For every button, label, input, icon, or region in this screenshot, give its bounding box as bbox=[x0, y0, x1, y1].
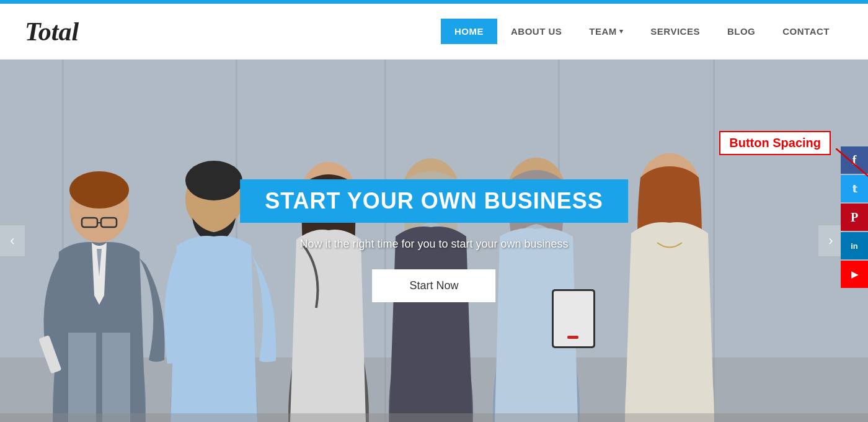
hero-prev-arrow[interactable]: ‹ bbox=[0, 225, 25, 256]
svg-line-34 bbox=[836, 148, 868, 186]
linkedin-icon: in bbox=[851, 241, 858, 251]
hero-next-arrow[interactable]: › bbox=[818, 225, 843, 256]
hero-content: START YOUR OWN BUSINESS Now it the right… bbox=[240, 179, 628, 302]
svg-rect-30 bbox=[567, 336, 578, 339]
button-spacing-annotation: Button Spacing bbox=[719, 131, 831, 155]
hero-title-box: START YOUR OWN BUSINESS bbox=[240, 179, 628, 223]
site-logo[interactable]: Total bbox=[25, 17, 79, 47]
hero-title: START YOUR OWN BUSINESS bbox=[265, 188, 603, 214]
svg-point-18 bbox=[185, 161, 242, 200]
site-header: Total HOMEABOUT USTEAM ▾SERVICESBLOGCONT… bbox=[0, 4, 868, 60]
annotation-label: Button Spacing bbox=[719, 131, 831, 155]
nav-item-team[interactable]: TEAM ▾ bbox=[575, 19, 637, 44]
nav-item-contact[interactable]: CONTACT bbox=[769, 19, 843, 44]
linkedin-button[interactable]: in bbox=[841, 232, 868, 259]
pinterest-button[interactable]: P bbox=[841, 204, 868, 231]
nav-item-home[interactable]: HOME bbox=[441, 19, 497, 44]
chevron-down-icon: ▾ bbox=[619, 27, 624, 35]
hero-section: ‹ START YOUR OWN BUSINESS Now it the rig… bbox=[0, 60, 868, 422]
svg-rect-14 bbox=[102, 333, 130, 422]
pinterest-icon: P bbox=[851, 210, 858, 225]
svg-point-9 bbox=[69, 171, 129, 209]
hero-cta-button[interactable]: Start Now bbox=[372, 269, 495, 302]
hero-subtitle: Now it the right time for you to start y… bbox=[240, 238, 628, 251]
svg-rect-13 bbox=[68, 333, 96, 422]
youtube-button[interactable]: ▶ bbox=[841, 261, 868, 288]
main-nav: HOMEABOUT USTEAM ▾SERVICESBLOGCONTACT bbox=[441, 19, 843, 44]
svg-rect-33 bbox=[0, 413, 868, 422]
annotation-arrow bbox=[836, 148, 868, 198]
nav-item-services[interactable]: SERVICES bbox=[637, 19, 714, 44]
nav-item-blog[interactable]: BLOG bbox=[714, 19, 769, 44]
nav-item-about[interactable]: ABOUT US bbox=[497, 19, 575, 44]
youtube-icon: ▶ bbox=[851, 269, 858, 279]
